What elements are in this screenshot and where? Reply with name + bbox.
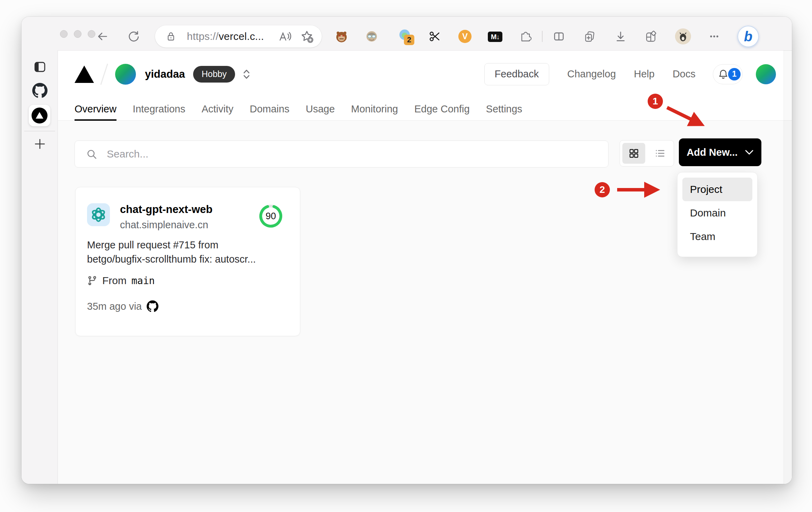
- search-icon: [86, 148, 98, 160]
- score-value: 90: [259, 204, 283, 228]
- branch-name: main: [131, 275, 155, 287]
- url-protocol: https://: [187, 31, 219, 42]
- changelog-link[interactable]: Changelog: [567, 68, 616, 80]
- view-toggle: [620, 140, 674, 167]
- list-view-button[interactable]: [648, 143, 671, 164]
- url-host: vercel.c...: [219, 31, 264, 42]
- openai-logo-icon: [90, 206, 107, 223]
- feedback-button[interactable]: Feedback: [484, 63, 549, 85]
- tab-activity[interactable]: Activity: [201, 97, 233, 120]
- split-screen-icon[interactable]: [553, 30, 565, 43]
- team-avatar[interactable]: [115, 64, 136, 85]
- header-right-group: Feedback Changelog Help Docs 1: [484, 63, 776, 85]
- toolbar-divider: [542, 31, 543, 42]
- window-zoom-button[interactable]: [88, 30, 95, 38]
- tab-integrations[interactable]: Integrations: [133, 97, 185, 120]
- bell-icon: [718, 69, 729, 80]
- browser-window: https://vercel.c... 2: [21, 17, 792, 484]
- annotation-step-2: 2: [595, 182, 610, 197]
- annotation-arrow-2: [614, 180, 673, 200]
- add-favorite-star-icon[interactable]: [300, 29, 314, 43]
- chevron-down-icon: [745, 150, 754, 155]
- url-text: https://vercel.c...: [187, 31, 264, 42]
- github-icon: [147, 300, 158, 312]
- project-favicon: [87, 203, 110, 226]
- git-branch-icon: [87, 275, 97, 286]
- window-minimize-button[interactable]: [74, 30, 81, 38]
- window-close-button[interactable]: [60, 30, 68, 38]
- downloads-icon[interactable]: [614, 30, 627, 43]
- branch-prefix: From: [102, 275, 127, 287]
- tab-edge-config[interactable]: Edge Config: [414, 97, 470, 120]
- tab-domains[interactable]: Domains: [250, 97, 289, 120]
- tampermonkey-extension-icon[interactable]: [335, 29, 348, 43]
- new-tab-plus-icon[interactable]: [33, 137, 47, 151]
- user-avatar[interactable]: [756, 64, 776, 84]
- tab-usage[interactable]: Usage: [306, 97, 335, 120]
- search-input[interactable]: [107, 141, 592, 167]
- scrollbar-gutter[interactable]: [784, 50, 792, 484]
- project-card[interactable]: chat-gpt-next-web chat.simplenaive.cn 90…: [75, 187, 300, 336]
- browser-profile-avatar[interactable]: [675, 28, 691, 44]
- notification-count-badge: 1: [728, 68, 741, 80]
- menu-item-domain[interactable]: Domain: [682, 201, 752, 225]
- tab-overview[interactable]: Overview: [75, 97, 116, 120]
- commit-message: Merge pull request #715 from betgo/bugfi…: [87, 238, 290, 266]
- docs-link[interactable]: Docs: [673, 68, 696, 80]
- avatar-extension-icon[interactable]: [365, 29, 379, 43]
- screenshot-root: https://vercel.c... 2: [0, 0, 812, 512]
- menu-item-project[interactable]: Project: [682, 178, 752, 201]
- extension-badge: 2: [404, 35, 414, 45]
- breadcrumb-slash: [100, 63, 108, 85]
- menu-item-team[interactable]: Team: [682, 225, 752, 248]
- add-new-label: Add New...: [686, 147, 737, 158]
- github-tab-icon[interactable]: [32, 83, 47, 98]
- add-new-button[interactable]: Add New...: [679, 138, 761, 166]
- vercel-tab-icon: [32, 108, 47, 123]
- list-view-icon: [654, 148, 665, 159]
- deploy-time-row: 35m ago via: [87, 300, 158, 312]
- tab-monitoring[interactable]: Monitoring: [351, 97, 398, 120]
- sidebar-toggle-icon[interactable]: [33, 60, 47, 74]
- project-search: [75, 140, 608, 168]
- scissors-extension-icon[interactable]: [428, 29, 442, 43]
- vercel-logo: [75, 66, 94, 83]
- annotation-arrow-1: [663, 103, 722, 138]
- svg-text:V: V: [462, 32, 468, 41]
- grid-view-icon: [628, 148, 639, 159]
- plan-badge: Hobby: [193, 66, 235, 83]
- bing-chat-icon[interactable]: b: [737, 26, 759, 47]
- overview-content: Add New... Project Domain Team: [58, 121, 792, 484]
- grid-view-button[interactable]: [622, 143, 645, 164]
- add-new-dropdown: Project Domain Team: [677, 172, 758, 257]
- team-name[interactable]: yidadaa: [145, 68, 185, 80]
- deploy-time: 35m ago via: [87, 301, 142, 312]
- team-switcher-icon[interactable]: [241, 68, 252, 80]
- tab-settings[interactable]: Settings: [486, 97, 522, 120]
- vercel-tab-active[interactable]: [29, 105, 50, 126]
- back-icon[interactable]: [96, 30, 109, 43]
- proxy-extension-icon[interactable]: 2: [398, 28, 414, 44]
- browser-toolbar: https://vercel.c... 2: [21, 17, 792, 50]
- more-menu-icon[interactable]: [708, 30, 720, 43]
- annotation-step-1: 1: [648, 94, 663, 109]
- puzzle-extensions-icon[interactable]: [519, 29, 533, 43]
- project-domain[interactable]: chat.simplenaive.cn: [120, 219, 208, 231]
- reload-icon[interactable]: [127, 30, 140, 43]
- v-extension-icon[interactable]: V: [458, 29, 472, 44]
- score-ring: 90: [259, 204, 283, 228]
- workspaces-icon[interactable]: [644, 30, 658, 44]
- collections-icon[interactable]: [583, 30, 597, 44]
- markdown-extension-icon[interactable]: M↓: [488, 32, 502, 42]
- branch-row: From main: [87, 275, 155, 287]
- read-aloud-icon[interactable]: [278, 30, 292, 43]
- project-name[interactable]: chat-gpt-next-web: [120, 203, 213, 216]
- lock-icon: [165, 31, 176, 42]
- notifications-button[interactable]: 1: [713, 64, 743, 84]
- help-link[interactable]: Help: [634, 68, 655, 80]
- sidebar-divider: [24, 131, 55, 131]
- vertical-tabs-sidebar: [21, 50, 58, 484]
- vercel-header: yidadaa Hobby Feedback Changelog Help Do…: [58, 51, 792, 97]
- address-bar[interactable]: https://vercel.c...: [155, 25, 322, 48]
